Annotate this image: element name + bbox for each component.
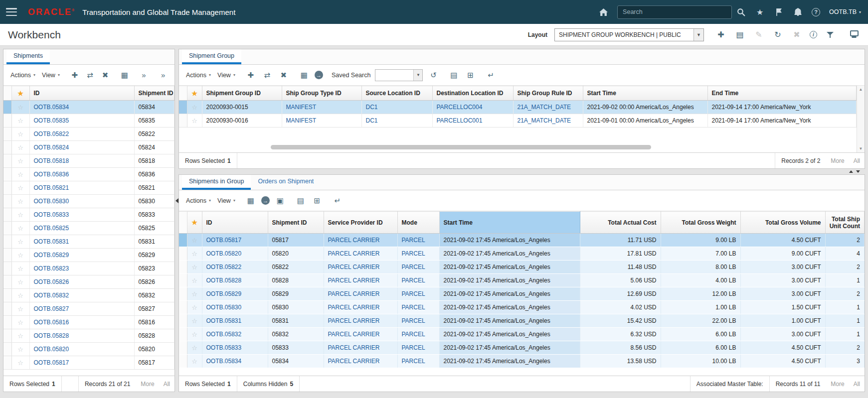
compare-icon[interactable]: ⇄ — [261, 69, 273, 81]
cell-link[interactable]: OOTB.05824 — [34, 144, 69, 151]
cell-link[interactable]: OOTB.05826 — [34, 278, 69, 285]
cell-provider[interactable]: PARCEL CARRIER — [324, 355, 397, 368]
favorite-column-header[interactable]: ★ — [11, 86, 29, 101]
cell-source[interactable]: DC1 — [361, 114, 432, 128]
cell-id[interactable]: OOTB.05830 — [202, 301, 268, 314]
row-select-gutter[interactable] — [179, 301, 187, 314]
favorite-star-icon[interactable]: ☆ — [17, 265, 23, 272]
table-row[interactable]: ☆OOTB.0583305833PARCEL CARRIERPARCEL2021… — [179, 341, 865, 355]
favorite-star-icon[interactable]: ☆ — [191, 237, 197, 244]
table-row[interactable]: ☆OOTB.0582005820PARCEL CARRIERPARCEL2021… — [179, 247, 865, 261]
vertical-splitter[interactable] — [175, 49, 178, 392]
cell-mode[interactable]: PARCEL — [397, 301, 439, 314]
column-header-total-ship-unit-count[interactable]: Total Ship Unit Count — [825, 212, 865, 234]
table-row[interactable]: ☆OOTB.0582105821 — [3, 181, 174, 195]
cell-link[interactable]: PARCELLOC004 — [437, 104, 483, 111]
add-icon[interactable]: ✚ — [245, 69, 257, 81]
ship-unit-icon[interactable]: ▣ — [274, 195, 286, 207]
grid-edit-icon[interactable]: ▦ — [119, 69, 130, 81]
search-icon[interactable] — [736, 7, 746, 17]
tab-shipments[interactable]: Shipments — [6, 49, 50, 64]
row-select-gutter[interactable] — [179, 355, 187, 368]
cell-mode[interactable]: PARCEL — [397, 274, 439, 287]
cell-type_id[interactable]: MANIFEST — [282, 114, 361, 128]
table-row[interactable]: ☆OOTB.0583005830 — [3, 195, 174, 208]
cell-id[interactable]: OOTB.05832 — [29, 289, 134, 302]
cell-link[interactable]: MANIFEST — [286, 117, 317, 124]
favorite-star-icon[interactable]: ☆ — [17, 252, 23, 259]
notifications-bell-icon[interactable] — [793, 7, 803, 17]
row-select-gutter[interactable] — [3, 262, 11, 275]
cell-id[interactable]: OOTB.05833 — [29, 208, 134, 222]
column-header-start-time[interactable]: Start Time — [439, 212, 580, 234]
view-menu-button[interactable]: View▾ — [216, 72, 236, 79]
cell-link[interactable]: PARCEL CARRIER — [328, 317, 380, 324]
cell-link[interactable]: OOTB.05831 — [34, 238, 69, 245]
table-icon[interactable]: ▤ — [448, 69, 460, 81]
cell-mode[interactable]: PARCEL — [397, 287, 439, 301]
cell-link[interactable]: OOTB.05828 — [206, 277, 242, 284]
table-row[interactable]: ☆OOTB.0583505835 — [3, 114, 174, 128]
cell-link[interactable]: PARCEL — [402, 237, 425, 244]
table-row[interactable]: ☆20200930-0015MANIFESTDC1PARCELLOC00421A… — [179, 101, 857, 114]
grid-edit-icon[interactable]: ▦ — [298, 69, 310, 81]
cell-link[interactable]: PARCEL CARRIER — [328, 344, 380, 351]
row-select-gutter[interactable] — [3, 235, 11, 249]
table-row[interactable]: ☆20200930-0016MANIFESTDC1PARCELLOC00121A… — [179, 114, 857, 128]
select-arrow-icon[interactable]: ▼ — [694, 29, 703, 41]
table-row[interactable]: ☆OOTB.0581805818 — [3, 154, 174, 168]
main-menu-icon[interactable] — [6, 8, 17, 16]
cell-link[interactable]: PARCEL CARRIER — [328, 264, 380, 270]
cell-link[interactable]: PARCEL CARRIER — [328, 277, 380, 284]
delete-layout-icon[interactable]: ✖ — [791, 29, 803, 41]
column-header-shipment-group-id[interactable]: Shipment Group ID — [202, 86, 282, 101]
workflow-icon[interactable]: ↵ — [485, 69, 497, 81]
cell-mode[interactable]: PARCEL — [397, 328, 439, 341]
favorite-star-icon[interactable]: ☆ — [191, 250, 197, 258]
cell-id[interactable]: OOTB.05828 — [202, 274, 268, 287]
cell-id[interactable]: OOTB.05832 — [202, 328, 268, 341]
view-menu-button[interactable]: View▾ — [216, 197, 236, 204]
edit-layout-icon[interactable]: ✎ — [753, 29, 765, 41]
more-records-button[interactable]: More — [826, 381, 849, 388]
row-select-gutter[interactable] — [3, 181, 11, 195]
table-icon[interactable]: ▤ — [295, 195, 307, 207]
cell-id[interactable]: OOTB.05829 — [29, 249, 134, 262]
column-header-end-time[interactable]: End Time — [707, 86, 857, 101]
table-row[interactable]: ☆OOTB.0582405824 — [3, 141, 174, 154]
cell-mode[interactable]: PARCEL — [397, 261, 439, 274]
favorite-star-icon[interactable]: ☆ — [17, 305, 23, 313]
row-select-gutter[interactable] — [3, 249, 11, 262]
cell-link[interactable]: 21A_MATCH_DATE — [518, 104, 571, 111]
cell-link[interactable]: DC1 — [366, 117, 378, 124]
scrollbar-thumb[interactable] — [271, 145, 651, 149]
cell-link[interactable]: PARCEL CARRIER — [328, 304, 380, 311]
favorite-star-icon[interactable]: ☆ — [191, 358, 197, 365]
cell-link[interactable]: PARCEL CARRIER — [328, 290, 380, 297]
favorites-star-icon[interactable]: ★ — [755, 7, 765, 17]
overflow-chevron-icon[interactable]: » — [158, 69, 169, 81]
row-select-gutter[interactable] — [3, 128, 11, 141]
cell-provider[interactable]: PARCEL CARRIER — [324, 274, 397, 287]
add-layout-icon[interactable]: ✚ — [715, 29, 727, 41]
column-header-source-location-id[interactable]: Source Location ID — [361, 86, 432, 101]
row-select-gutter[interactable] — [3, 289, 11, 302]
row-select-gutter[interactable] — [3, 356, 11, 370]
row-select-gutter[interactable] — [3, 114, 11, 128]
cell-id[interactable]: OOTB.05824 — [29, 141, 134, 154]
cell-link[interactable]: PARCEL — [402, 277, 425, 284]
favorite-star-icon[interactable]: ☆ — [17, 157, 23, 165]
favorite-star-icon[interactable]: ☆ — [191, 344, 197, 352]
cell-mode[interactable]: PARCEL — [397, 234, 439, 247]
column-header-total-gross-weight[interactable]: Total Gross Weight — [661, 212, 740, 234]
column-header-start-time[interactable]: Start Time — [583, 86, 707, 101]
cell-provider[interactable]: PARCEL CARRIER — [324, 328, 397, 341]
favorite-star-icon[interactable]: ☆ — [17, 346, 23, 353]
row-select-gutter[interactable] — [3, 343, 11, 356]
favorite-star-icon[interactable]: ☆ — [17, 332, 23, 340]
go-icon[interactable]: → — [315, 71, 323, 79]
cell-link[interactable]: PARCEL — [402, 304, 425, 311]
collapse-left-icon[interactable] — [175, 198, 178, 203]
cell-mode[interactable]: PARCEL — [397, 341, 439, 355]
favorite-star-icon[interactable]: ☆ — [191, 331, 197, 338]
